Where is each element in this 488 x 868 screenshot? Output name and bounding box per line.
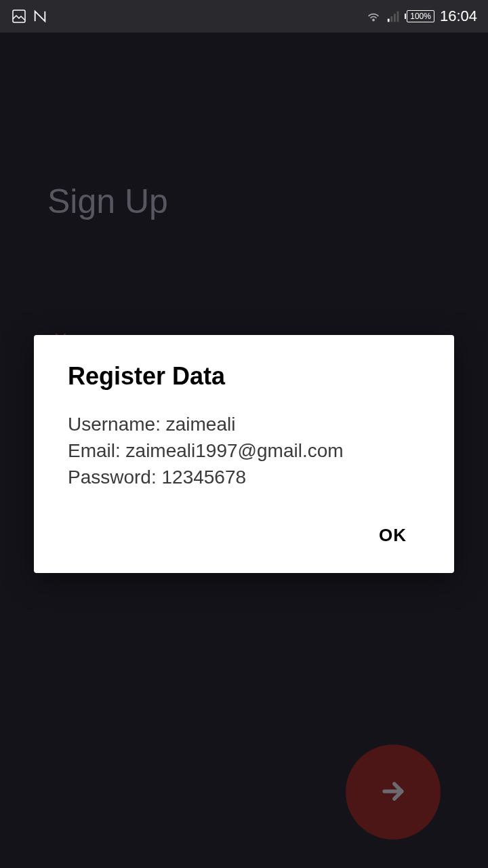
dialog-body: Username: zaimeali Email: zaimeali1997@g… [68,411,420,491]
modal-overlay[interactable]: Register Data Username: zaimeali Email: … [0,0,488,868]
dialog-actions: OK [68,518,420,553]
dialog-title: Register Data [68,362,420,391]
ok-button[interactable]: OK [365,518,420,553]
dialog-username-line: Username: zaimeali [68,411,420,437]
dialog-password-line: Password: 12345678 [68,464,420,490]
register-data-dialog: Register Data Username: zaimeali Email: … [34,335,454,573]
dialog-email-line: Email: zaimeali1997@gmail.com [68,437,420,464]
